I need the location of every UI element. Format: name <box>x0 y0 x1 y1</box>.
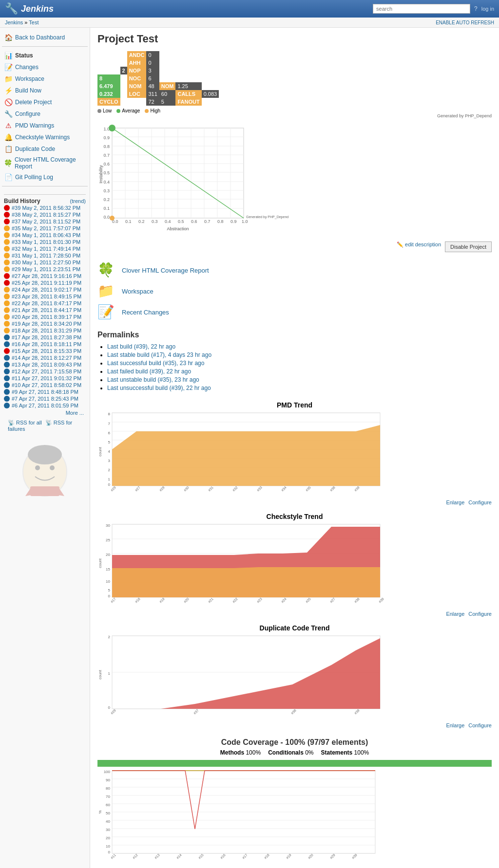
sidebar-item-status[interactable]: 📊 Status <box>0 50 90 61</box>
permalink-link[interactable]: Last stable build (#17), 4 days 23 hr ag… <box>107 351 211 358</box>
sidebar-item-configure[interactable]: 🔧 Configure <box>0 108 90 120</box>
workspace-nav-link[interactable]: Workspace <box>122 288 154 295</box>
pmd-enlarge-link[interactable]: Enlarge <box>446 499 464 505</box>
sidebar-back-dashboard[interactable]: 🏠 Back to Dashboard <box>0 32 90 43</box>
build-link[interactable]: #25 Apr 28, 2011 9:11:19 PM <box>12 280 81 286</box>
rss-all-link[interactable]: 📡 RSS for all <box>8 420 43 425</box>
build-link[interactable]: #24 Apr 28, 2011 9:02:17 PM <box>12 287 81 293</box>
build-link[interactable]: #27 Apr 28, 2011 9:16:16 PM <box>12 273 81 279</box>
build-link[interactable]: #6 Apr 27, 2011 8:01:59 PM <box>12 403 78 408</box>
login-link[interactable]: log in <box>481 6 494 12</box>
clover-html-link[interactable]: Clover HTML Coverage Report <box>122 267 209 274</box>
checkstyle-link[interactable]: Checkstyle Warnings <box>15 134 70 141</box>
git-icon: 📄 <box>4 173 13 182</box>
auto-refresh-link[interactable]: ENABLE AUTO REFRESH <box>436 20 494 25</box>
back-dashboard-link[interactable]: Back to Dashboard <box>15 34 65 41</box>
svg-text:#38: #38 <box>329 485 336 492</box>
build-link[interactable]: #13 Apr 28, 2011 8:09:43 PM <box>12 362 81 368</box>
build-link[interactable]: #14 Apr 28, 2011 8:12:27 PM <box>12 355 81 361</box>
sidebar-item-duplicate[interactable]: 📋 Duplicate Code <box>0 143 90 155</box>
duplicate-configure-link[interactable]: Configure <box>468 722 492 728</box>
permalink-link[interactable]: Last build (#39), 22 hr ago <box>107 343 175 350</box>
statements-stat: Statements 100% <box>321 749 369 756</box>
build-link[interactable]: #32 May 1, 2011 7:49:14 PM <box>12 246 80 252</box>
noc-label: NOC <box>127 74 147 82</box>
build-link[interactable]: #16 Apr 28, 2011 8:18:11 PM <box>12 341 81 347</box>
build-item: #37 May 2, 2011 8:11:52 PM <box>4 218 86 225</box>
permalink-link[interactable]: Last successful build (#35), 23 hr ago <box>107 360 204 367</box>
sidebar-item-changes[interactable]: 📝 Changes <box>0 61 90 73</box>
status-link[interactable]: Status <box>15 52 33 59</box>
build-link[interactable]: #9 Apr 27, 2011 8:48:18 PM <box>12 389 78 395</box>
svg-text:20: 20 <box>106 836 110 840</box>
svg-text:20: 20 <box>106 553 110 557</box>
build-link[interactable]: #11 Apr 27, 2011 9:01:32 PM <box>12 375 81 381</box>
build-link[interactable]: #18 Apr 28, 2011 8:31:29 PM <box>12 328 81 333</box>
svg-text:30: 30 <box>106 828 110 832</box>
delete-project-link[interactable]: Delete Project <box>15 99 52 106</box>
configure-link[interactable]: Configure <box>15 111 40 117</box>
build-link[interactable]: #38 May 2, 2011 8:15:27 PM <box>12 212 80 218</box>
edit-description-link[interactable]: ✏️ edit description <box>397 241 441 252</box>
build-link[interactable]: #33 May 1, 2011 8:01:30 PM <box>12 239 80 245</box>
recent-changes-link[interactable]: Recent Changes <box>122 309 169 316</box>
duplicate-link[interactable]: Duplicate Code <box>15 146 55 152</box>
more-anchor[interactable]: More ... <box>66 410 84 416</box>
build-history-trend[interactable]: (trend) <box>70 198 86 204</box>
workspace-link[interactable]: Workspace <box>15 75 44 82</box>
build-link[interactable]: #37 May 2, 2011 8:11:52 PM <box>12 219 80 224</box>
status-dot <box>4 225 10 231</box>
status-dot <box>4 403 10 408</box>
metrics-row: ANDC 0 <box>97 51 219 59</box>
clover-link[interactable]: Clover HTML Coverage Report <box>15 156 86 170</box>
svg-text:5: 5 <box>108 440 111 444</box>
breadcrumb-root[interactable]: Jenkins <box>5 19 23 25</box>
changes-link[interactable]: Changes <box>15 64 38 71</box>
build-link[interactable]: #23 Apr 28, 2011 8:49:15 PM <box>12 294 81 299</box>
pmd-link[interactable]: PMD Warnings <box>15 122 54 129</box>
checkstyle-enlarge-link[interactable]: Enlarge <box>446 611 464 617</box>
disable-project-button[interactable]: Disable Project <box>445 241 492 252</box>
pmd-configure-link[interactable]: Configure <box>468 499 492 505</box>
build-link[interactable]: #19 Apr 28, 2011 8:34:20 PM <box>12 321 81 327</box>
build-link[interactable]: #10 Apr 27, 2011 8:58:02 PM <box>12 382 81 388</box>
sidebar-item-git[interactable]: 📄 Git Polling Log <box>0 171 90 183</box>
duplicate-enlarge-link[interactable]: Enlarge <box>446 722 464 728</box>
page-title: Project Test <box>97 33 492 45</box>
build-item: #35 May 2, 2011 7:57:07 PM <box>4 225 86 232</box>
build-link[interactable]: #21 Apr 28, 2011 8:44:17 PM <box>12 307 81 313</box>
build-link[interactable]: #17 Apr 28, 2011 8:27:38 PM <box>12 334 81 340</box>
more-link[interactable]: More ... <box>4 409 86 417</box>
svg-text:80: 80 <box>106 786 110 791</box>
sidebar-item-pmd[interactable]: ⚠ PMD Warnings <box>0 120 90 131</box>
list-item: Last unstable build (#35), 23 hr ago <box>107 376 492 383</box>
build-link[interactable]: #31 May 1, 2011 7:28:50 PM <box>12 253 80 259</box>
list-item: Last build (#39), 22 hr ago <box>107 343 492 350</box>
permalink-link[interactable]: Last failed build (#39), 22 hr ago <box>107 368 191 375</box>
checkstyle-configure-link[interactable]: Configure <box>468 611 492 617</box>
sidebar-item-workspace[interactable]: 📁 Workspace <box>0 73 90 85</box>
build-link[interactable]: #7 Apr 27, 2011 8:25:43 PM <box>12 396 78 402</box>
build-link[interactable]: #15 Apr 28, 2011 8:15:33 PM <box>12 348 81 354</box>
build-link[interactable]: #34 May 1, 2011 8:06:43 PM <box>12 232 80 238</box>
help-icon[interactable]: ? <box>474 5 478 12</box>
permalink-link[interactable]: Last unsuccessful build (#39), 22 hr ago <box>107 385 211 391</box>
build-now-link[interactable]: Build Now <box>15 87 41 94</box>
sidebar-item-checkstyle[interactable]: 🔔 Checkstyle Warnings <box>0 131 90 143</box>
build-link[interactable]: #35 May 2, 2011 7:57:07 PM <box>12 225 80 231</box>
breadcrumb-current[interactable]: Test <box>29 19 38 25</box>
permalink-link[interactable]: Last unstable build (#35), 23 hr ago <box>107 376 199 383</box>
build-link[interactable]: #20 Apr 28, 2011 8:39:17 PM <box>12 314 81 320</box>
build-link[interactable]: #30 May 1, 2011 2:27:50 PM <box>12 259 80 265</box>
build-link[interactable]: #39 May 2, 2011 8:56:32 PM <box>12 205 80 211</box>
search-input[interactable] <box>373 4 470 14</box>
git-link[interactable]: Git Polling Log <box>15 174 53 181</box>
edit-icon: ✏️ <box>397 241 403 247</box>
sidebar-item-build-now[interactable]: ⚡ Build Now <box>0 85 90 96</box>
sidebar-item-clover[interactable]: 🍀 Clover HTML Coverage Report <box>0 155 90 171</box>
sidebar-item-delete-project[interactable]: 🚫 Delete Project <box>0 96 90 108</box>
breadcrumb-separator: » <box>24 19 27 25</box>
build-link[interactable]: #29 May 1, 2011 2:23:51 PM <box>12 266 80 272</box>
build-link[interactable]: #12 Apr 27, 2011 7:15:58 PM <box>12 369 81 374</box>
build-link[interactable]: #22 Apr 28, 2011 8:47:17 PM <box>12 300 81 306</box>
